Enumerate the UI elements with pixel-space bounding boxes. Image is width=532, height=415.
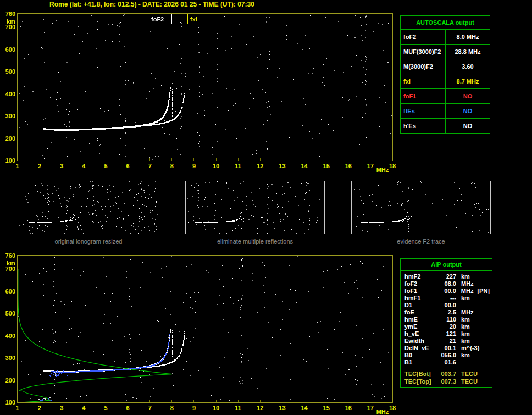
x-axis-tick-label: 10 — [210, 405, 221, 411]
x-axis-tick-label: 6 — [123, 405, 134, 411]
x-axis-tick-label: 11 — [232, 405, 243, 411]
param-value-ftEs: NO — [446, 104, 490, 118]
autoscala-table-title: AUTOSCALA output — [401, 16, 490, 30]
table-row: TEC[Bot] 003.7 TECU — [404, 370, 490, 378]
table-row: D1 00.0 — [404, 302, 490, 309]
aip-label-hmF1: hmF1 — [404, 295, 437, 302]
aip-value-Ewidth: 21 — [437, 337, 456, 345]
aip-value-DelN_vE: 00.1 — [437, 345, 456, 352]
x-axis-tick-label: 8 — [167, 163, 178, 169]
aip-value-tec-top: 007.3 — [437, 378, 456, 385]
aip-value-h_vE: 121 — [437, 330, 456, 337]
y-axis-unit-label: km — [1, 260, 15, 267]
tec-separator — [404, 368, 489, 368]
aip-unit-tec-top: TECU — [461, 378, 478, 385]
x-axis-tick-label: 1 — [12, 163, 23, 169]
aip-label-B0: B0 — [404, 352, 437, 359]
param-label-hEs: h'Es — [401, 119, 446, 133]
y-axis-tick-label: 400 — [1, 333, 15, 339]
aip-label-B1: B1 — [404, 359, 437, 366]
thumbnail-evidence-f2 — [351, 181, 491, 234]
table-row: M(3000)F2 3.60 — [401, 59, 490, 74]
x-axis-tick-label: 15 — [321, 405, 332, 411]
table-row: B1 01.6 — [404, 359, 490, 366]
param-value-fxI: 8.7 MHz — [446, 74, 490, 88]
table-row: hmE 110 km — [404, 316, 490, 323]
aip-unit-foF1: MHz — [461, 287, 474, 295]
y-axis-tick-label: 500 — [1, 68, 15, 75]
y-axis-tick-label: 760 — [1, 10, 15, 17]
aip-value-ymE: 20 — [437, 323, 456, 330]
aip-value-foE: 2.5 — [437, 309, 456, 316]
x-axis-tick-label: 10 — [210, 163, 221, 169]
y-axis-tick-label: 700 — [1, 24, 15, 30]
aip-note-foF1: [PN] — [477, 287, 490, 295]
table-row: foF1 00.0 MHz [PN] — [404, 287, 490, 295]
table-row: MUF(3000)F2 28.8 MHz — [401, 45, 490, 59]
aip-label-foE: foE — [404, 309, 437, 316]
x-axis-tick-label: 3 — [56, 163, 67, 169]
param-label-ftEs: ftEs — [401, 104, 446, 118]
y-axis-tick-label: 200 — [1, 135, 15, 142]
y-axis-tick-label: 200 — [1, 377, 15, 384]
ionogram-plot-top — [17, 13, 393, 161]
param-value-m3000f2: 3.60 — [446, 59, 490, 74]
x-axis-tick-label: 4 — [78, 163, 89, 169]
table-row: fxI 8.7 MHz — [401, 74, 490, 89]
x-axis-tick-label: 13 — [276, 163, 287, 169]
param-value-muf3000f2: 28.8 MHz — [446, 45, 490, 59]
thumbnail-original-ionogram — [19, 181, 158, 234]
x-axis-tick-label: 12 — [254, 405, 265, 411]
table-row: TEC[Top] 007.3 TECU — [404, 378, 490, 385]
table-row: foF2 8.0 MHz — [401, 30, 490, 45]
page-title: Rome (lat: +41.8, lon: 012.5) - DATE: 20… — [49, 1, 254, 8]
x-axis-unit-label: MHz — [373, 408, 392, 415]
thumbnail-caption-evidence: evidence F2 trace — [351, 238, 491, 245]
x-axis-tick-label: 16 — [343, 163, 354, 169]
thumbnail-canvas-original — [19, 181, 158, 234]
aip-label-tec-bot: TEC[Bot] — [404, 370, 437, 378]
aip-table-title: AIP output — [401, 259, 492, 271]
ionogram-canvas-bottom — [18, 256, 392, 402]
aip-value-B1: 01.6 — [437, 359, 456, 366]
aip-value-foF2: 08.0 — [437, 280, 456, 287]
autoscala-output-table: AUTOSCALA output foF2 8.0 MHz MUF(3000)F… — [400, 15, 490, 134]
x-axis-tick-label: 7 — [145, 405, 156, 411]
aip-output-table: AIP output hmF2 227 km foF2 08.0 MHz foF… — [400, 258, 492, 388]
y-axis-tick-label: 300 — [1, 113, 15, 119]
table-row: ftEs NO — [401, 104, 490, 119]
x-axis-unit-label: MHz — [373, 167, 392, 173]
aip-label-hmE: hmE — [404, 316, 437, 323]
x-axis-tick-label: 12 — [254, 163, 265, 169]
aip-unit-Ewidth: km — [461, 337, 470, 345]
table-row: h'Es NO — [401, 119, 490, 133]
y-axis-tick-label: 300 — [1, 355, 15, 361]
x-axis-tick-label: 16 — [343, 405, 354, 411]
x-axis-tick-label: 2 — [34, 405, 45, 411]
y-axis-tick-label: 700 — [1, 265, 15, 272]
param-value-foF2: 8.0 MHz — [446, 30, 490, 44]
table-row: ymE 20 km — [404, 323, 490, 330]
aip-unit-hmE: km — [461, 316, 470, 323]
aip-unit-B0: km — [461, 352, 470, 359]
x-axis-tick-label: 2 — [34, 163, 45, 169]
table-row: hmF2 227 km — [404, 273, 490, 280]
table-row: h_vE 121 km — [404, 330, 490, 337]
table-row: foF2 08.0 MHz — [404, 280, 490, 287]
x-axis-tick-label: 9 — [189, 405, 199, 411]
param-label-muf3000f2: MUF(3000)F2 — [401, 45, 446, 59]
param-value-foF1: NO — [446, 89, 490, 103]
aip-value-hmE: 110 — [437, 316, 456, 323]
aip-unit-foF2: MHz — [461, 280, 474, 287]
x-axis-tick-label: 8 — [167, 405, 178, 411]
aip-unit-hmF2: km — [461, 273, 470, 280]
x-axis-tick-label: 15 — [321, 163, 332, 169]
aip-unit-foE: MHz — [461, 309, 474, 316]
aip-label-foF2: foF2 — [404, 280, 437, 287]
aip-label-foF1: foF1 — [404, 287, 437, 295]
x-axis-tick-label: 4 — [78, 405, 89, 411]
aip-value-hmF1: --- — [437, 295, 456, 302]
x-axis-tick-label: 1 — [12, 405, 23, 411]
param-label-m3000f2: M(3000)F2 — [401, 59, 446, 74]
y-axis-unit-label: km — [1, 18, 15, 25]
